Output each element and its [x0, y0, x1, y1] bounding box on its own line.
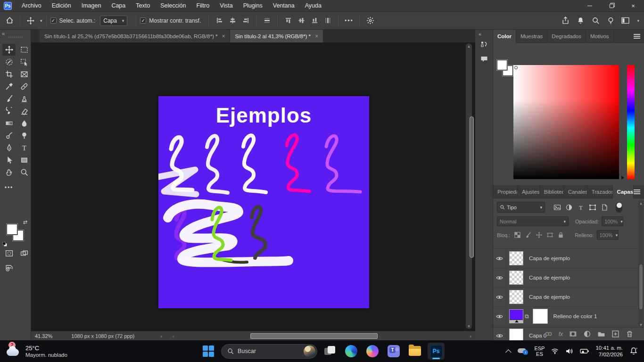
menu-vista[interactable]: Vista [215, 0, 238, 12]
tab-motivos[interactable]: Motivos [586, 30, 614, 43]
healing-brush-tool[interactable] [17, 81, 31, 92]
layer-filter-dropdown[interactable]: Tipo ▾ [497, 202, 545, 213]
layer-row-1[interactable]: Capa de ejemplo [493, 249, 637, 268]
layer-row-4[interactable]: ⧉ Relleno de color 1 [493, 307, 637, 326]
layer-name[interactable]: Capa de ejemplo [529, 255, 570, 261]
edge-button[interactable] [343, 343, 360, 360]
teams-button[interactable] [385, 343, 402, 360]
window-close-button[interactable]: × [622, 0, 644, 12]
document-tab-1[interactable]: Sin título-1 al 25,2% (d757e5b083b371566… [40, 30, 230, 42]
canvas-viewport[interactable]: Ejemplos ▴ ▾ [31, 42, 475, 331]
menu-plugins[interactable]: Plugins [238, 0, 268, 12]
scroll-up-icon[interactable]: ▴ [466, 44, 472, 49]
horizontal-scrollbar-thumb[interactable] [250, 333, 378, 339]
swap-colors-icon[interactable]: ⇄ [23, 219, 27, 225]
layer-row-2[interactable]: Capa de ejemplo [493, 268, 637, 288]
align-bottom-button[interactable] [308, 14, 321, 27]
wifi-icon[interactable] [551, 347, 559, 355]
start-button[interactable] [200, 343, 217, 360]
align-left-button[interactable] [213, 14, 226, 27]
layers-panel-menu-button[interactable] [634, 185, 644, 198]
volume-icon[interactable] [565, 347, 574, 355]
capture-plugin-button[interactable] [2, 262, 16, 273]
window-minimize-button[interactable] [579, 0, 601, 12]
vertical-scrollbar-thumb[interactable] [470, 116, 474, 258]
marquee-tool[interactable] [17, 44, 31, 56]
notification-bell-icon[interactable]: z [629, 346, 638, 356]
workspace-switcher-button[interactable] [619, 14, 632, 27]
fill-field[interactable]: 100% ▾ [597, 230, 619, 240]
expand-panels-icon[interactable]: « [475, 30, 493, 38]
layer-name[interactable]: Capa de ejemplo [529, 275, 570, 280]
tab-canales[interactable]: Canales [564, 185, 587, 198]
battery-icon[interactable] [580, 347, 589, 355]
shape-tool[interactable] [17, 154, 31, 166]
horizontal-scrollbar[interactable] [210, 333, 455, 339]
window-restore-button[interactable] [601, 0, 622, 12]
move-tool[interactable] [2, 44, 16, 56]
hue-slider-marker[interactable] [621, 176, 624, 180]
menu-ventana[interactable]: Ventana [268, 0, 300, 12]
lock-pixels-icon[interactable] [525, 231, 532, 239]
menu-seleccion[interactable]: Selección [155, 0, 191, 12]
scroll-down-icon[interactable]: ▾ [638, 322, 644, 327]
align-middle-button[interactable] [295, 14, 308, 27]
document-tab-2[interactable]: Sin título-2 al 41,3% (RGB/8*) * × [230, 30, 323, 42]
layer-row-3[interactable]: Capa de ejemplo [493, 288, 637, 307]
layers-scrollbar[interactable]: ▴ ▾ [638, 201, 644, 327]
layer-thumbnail[interactable] [509, 271, 523, 285]
tray-overflow-icon[interactable] [505, 349, 512, 355]
notifications-button[interactable] [574, 14, 587, 27]
fill-layer-thumbnail[interactable] [509, 309, 523, 323]
language-indicator[interactable]: ESP ES [534, 346, 545, 357]
link-layers-icon[interactable] [545, 330, 553, 338]
layer-thumbnail[interactable] [509, 290, 523, 304]
add-mask-icon[interactable] [569, 330, 577, 338]
layer-style-button[interactable]: fx [559, 331, 563, 337]
distribute-v-button[interactable] [321, 14, 334, 27]
opacity-field[interactable]: 100% ▾ [602, 216, 623, 226]
zoom-tool[interactable] [17, 166, 31, 178]
color-panel-menu-button[interactable] [634, 30, 644, 42]
foreground-color-swatch[interactable] [7, 224, 17, 235]
search-highlight-image[interactable] [304, 346, 315, 357]
status-expand-icon[interactable]: › [160, 333, 162, 339]
close-icon[interactable]: × [315, 33, 318, 40]
clone-stamp-tool[interactable] [17, 93, 31, 105]
new-layer-icon[interactable] [611, 330, 619, 338]
share-button[interactable] [559, 14, 572, 27]
search-button[interactable] [589, 14, 602, 27]
filter-smart-object-icon[interactable] [601, 204, 608, 211]
eraser-tool[interactable] [17, 105, 31, 117]
saturation-brightness-picker[interactable] [513, 65, 619, 179]
align-top-button[interactable] [281, 14, 295, 27]
tab-trazados[interactable]: Trazados [587, 185, 613, 198]
task-view-button[interactable] [322, 343, 339, 360]
align-center-h-button[interactable] [226, 14, 239, 27]
scroll-up-icon[interactable]: ▴ [638, 201, 644, 206]
filter-adjustment-icon[interactable] [565, 204, 573, 211]
hand-tool[interactable] [2, 166, 16, 178]
type-tool[interactable]: T [17, 142, 31, 154]
vertical-scrollbar[interactable]: ▴ ▾ [466, 43, 472, 329]
visibility-toggle[interactable] [493, 268, 506, 287]
panel-grip[interactable] [8, 36, 23, 38]
screen-mode-button[interactable] [17, 247, 31, 259]
lock-all-icon[interactable] [557, 231, 564, 239]
gradient-tool[interactable] [2, 117, 16, 129]
smudge-tool[interactable] [2, 130, 16, 141]
history-brush-tool[interactable] [2, 105, 16, 117]
layer-name[interactable]: Capa de ejemplo [529, 294, 570, 300]
taskbar-clock[interactable]: 10:41 a. m. 7/02/2026 [595, 345, 623, 358]
distribute-h-button[interactable] [260, 14, 273, 27]
comments-panel-button[interactable] [475, 52, 493, 66]
menu-archivo[interactable]: Archivo [17, 0, 47, 12]
default-colors-icon[interactable] [2, 242, 7, 247]
auto-select-checkbox[interactable]: ✓ [50, 17, 57, 24]
color-picker-cursor[interactable] [514, 66, 518, 69]
layer-thumbnail[interactable] [509, 251, 523, 265]
foreground-color-swatch[interactable] [497, 60, 507, 70]
layer-name[interactable]: Relleno de color 1 [553, 313, 597, 319]
file-explorer-button[interactable] [406, 343, 423, 360]
blur-tool[interactable] [17, 117, 31, 129]
